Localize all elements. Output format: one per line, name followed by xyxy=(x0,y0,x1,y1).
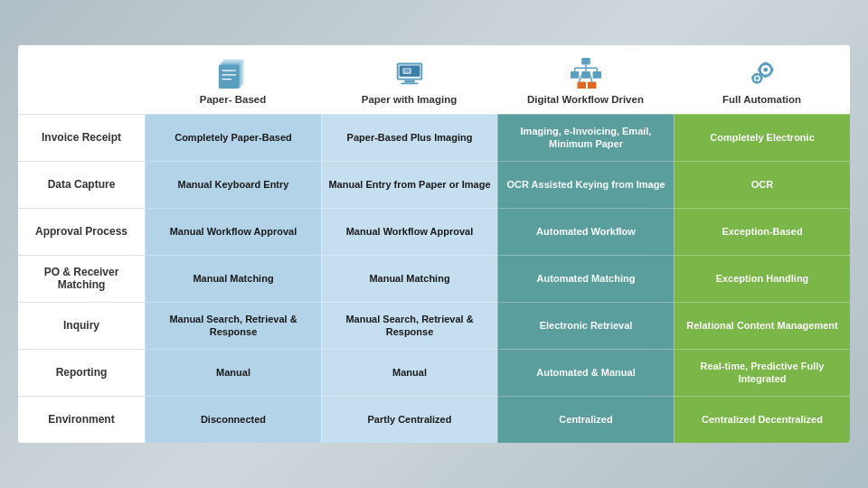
cell-r5-c3: Real-time, Predictive Fully Integrated xyxy=(674,349,850,396)
cell-r4-c3: Relational Content Management xyxy=(674,302,850,349)
paper-based-icon xyxy=(216,56,250,90)
header-row: Paper- Based Paper with Imaging xyxy=(18,45,850,114)
cell-r2-c1: Manual Workflow Approval xyxy=(321,208,497,255)
svg-rect-35 xyxy=(755,73,758,75)
cell-r1-c3: OCR xyxy=(674,161,850,208)
svg-rect-18 xyxy=(577,82,586,89)
svg-rect-31 xyxy=(763,62,767,65)
cell-r3-c3: Exception Handling xyxy=(674,255,850,302)
header-digital-workflow: Digital Workflow Driven xyxy=(497,52,674,110)
cell-r4-c0: Manual Search, Retrieval & Response xyxy=(145,302,321,349)
cell-r2-c0: Manual Workflow Approval xyxy=(145,208,321,255)
table-body: Invoice ReceiptCompletely Paper-BasedPap… xyxy=(18,114,850,443)
header-digital-workflow-label: Digital Workflow Driven xyxy=(527,94,644,107)
cell-r1-c1: Manual Entry from Paper or Image xyxy=(321,161,497,208)
row-label-3: PO & Receiver Matching xyxy=(18,255,145,302)
svg-rect-14 xyxy=(581,58,590,65)
cell-r3-c1: Manual Matching xyxy=(321,255,497,302)
digital-workflow-icon xyxy=(569,56,603,90)
svg-rect-32 xyxy=(763,75,767,78)
svg-point-30 xyxy=(755,77,759,80)
svg-rect-10 xyxy=(401,83,418,85)
cell-r6-c2: Centralized xyxy=(497,396,674,443)
cell-r2-c3: Exception-Based xyxy=(674,208,850,255)
paper-imaging-icon xyxy=(392,56,427,90)
svg-line-26 xyxy=(590,75,591,82)
cell-r0-c0: Completely Paper-Based xyxy=(145,114,321,161)
cell-r0-c2: Imaging, e-Invoicing, Email, Minimum Pap… xyxy=(497,114,674,161)
row-label-0: Invoice Receipt xyxy=(18,114,145,161)
svg-rect-33 xyxy=(758,68,760,71)
cell-r6-c0: Disconnected xyxy=(145,396,321,443)
header-empty xyxy=(18,52,145,110)
row-label-6: Environment xyxy=(18,396,145,443)
cell-r2-c2: Automated Workflow xyxy=(497,208,674,255)
cell-r0-c1: Paper-Based Plus Imaging xyxy=(321,114,497,161)
svg-rect-16 xyxy=(581,71,590,79)
header-full-automation: Full Automation xyxy=(674,52,850,110)
cell-r4-c2: Electronic Retrieval xyxy=(497,302,674,349)
cell-r0-c3: Completely Electronic xyxy=(674,114,850,161)
cell-r5-c0: Manual xyxy=(145,349,321,396)
row-label-1: Data Capture xyxy=(18,161,145,208)
svg-rect-19 xyxy=(587,82,596,89)
header-paper-imaging: Paper with Imaging xyxy=(321,52,497,110)
cell-r3-c2: Automated Matching xyxy=(497,255,674,302)
svg-rect-2 xyxy=(218,65,239,89)
cell-r4-c1: Manual Search, Retrieval & Response xyxy=(321,302,497,349)
header-paper-imaging-label: Paper with Imaging xyxy=(362,94,457,107)
svg-rect-38 xyxy=(760,77,762,80)
svg-rect-34 xyxy=(770,68,773,71)
svg-rect-9 xyxy=(404,80,414,83)
cell-r6-c1: Partly Centralized xyxy=(321,396,497,443)
full-automation-icon xyxy=(745,56,779,90)
svg-rect-36 xyxy=(755,81,758,83)
cell-r1-c2: OCR Assisted Keying from Image xyxy=(497,161,674,208)
svg-line-25 xyxy=(579,75,581,82)
svg-point-28 xyxy=(763,68,768,72)
cell-r6-c3: Centralized Decentralized xyxy=(674,396,850,443)
header-paper-based-label: Paper- Based xyxy=(200,94,267,107)
row-label-2: Approval Process xyxy=(18,208,145,255)
header-paper-based: Paper- Based xyxy=(145,52,321,110)
cell-r1-c0: Manual Keyboard Entry xyxy=(145,161,321,208)
cell-r5-c1: Manual xyxy=(321,349,497,396)
row-label-4: Inquiry xyxy=(18,302,145,349)
svg-rect-37 xyxy=(751,77,753,80)
cell-r5-c2: Automated & Manual xyxy=(497,349,674,396)
svg-rect-15 xyxy=(570,71,579,79)
cell-r3-c0: Manual Matching xyxy=(145,255,321,302)
main-table: Paper- Based Paper with Imaging xyxy=(18,45,850,443)
header-full-automation-label: Full Automation xyxy=(722,94,801,107)
row-label-5: Reporting xyxy=(18,349,145,396)
svg-rect-17 xyxy=(592,71,601,79)
